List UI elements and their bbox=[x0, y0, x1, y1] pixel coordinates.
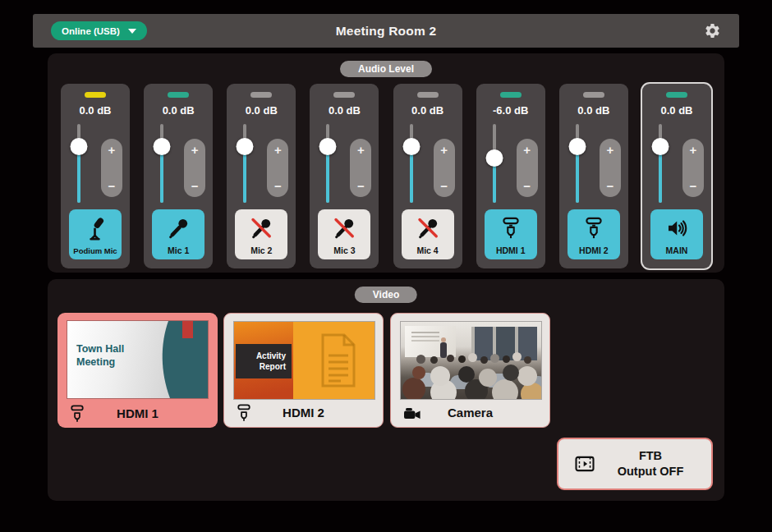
signal-indicator bbox=[250, 92, 272, 98]
ftb-label-line2: Output OFF bbox=[598, 464, 703, 479]
film-play-icon bbox=[572, 452, 598, 475]
volume-slider[interactable] bbox=[401, 122, 422, 205]
volume-stepper: + − bbox=[184, 139, 205, 197]
channel-strip-podium-mic: 0.0 dB + − bbox=[61, 84, 130, 268]
hdmi-icon bbox=[68, 402, 86, 425]
channel-button-main[interactable]: MAIN bbox=[650, 209, 703, 259]
podium-mic-icon bbox=[83, 216, 108, 241]
level-db-value: 0.0 dB bbox=[246, 104, 278, 117]
volume-slider[interactable] bbox=[234, 122, 255, 205]
volume-slider[interactable] bbox=[484, 122, 505, 205]
volume-stepper: + − bbox=[267, 139, 288, 197]
hdmi1-thumbnail: Town Hall Meeting bbox=[67, 321, 208, 398]
signal-indicator bbox=[168, 92, 189, 98]
channel-strip-main: 0.0 dB + − bbox=[642, 84, 711, 268]
video-camera-icon bbox=[402, 404, 423, 422]
channel-name-label: Mic 1 bbox=[152, 245, 204, 255]
volume-stepper: + − bbox=[350, 139, 371, 197]
volume-up-button[interactable]: + bbox=[606, 144, 613, 156]
slider-knob[interactable] bbox=[154, 138, 171, 155]
slider-knob[interactable] bbox=[402, 138, 420, 155]
channel-button-mic-1[interactable]: Mic 1 bbox=[152, 209, 204, 259]
slider-knob[interactable] bbox=[485, 149, 503, 167]
volume-up-button[interactable]: + bbox=[191, 144, 199, 156]
slider-knob[interactable] bbox=[237, 138, 254, 155]
audio-section-badge: Audio Level bbox=[340, 61, 432, 77]
slider-knob[interactable] bbox=[651, 138, 669, 155]
volume-up-button[interactable]: + bbox=[523, 144, 531, 156]
document-icon bbox=[311, 331, 364, 390]
signal-indicator bbox=[85, 92, 106, 98]
channel-button-hdmi-1[interactable]: HDMI 1 bbox=[485, 209, 537, 259]
volume-up-button[interactable]: + bbox=[690, 144, 697, 156]
channel-button-mic-4[interactable]: Mic 4 bbox=[402, 209, 454, 259]
level-db-value: 0.0 dB bbox=[329, 104, 361, 117]
hdmi-icon bbox=[235, 401, 253, 424]
volume-slider[interactable] bbox=[68, 122, 90, 205]
hdmi-icon bbox=[582, 215, 605, 241]
volume-slider[interactable] bbox=[317, 122, 338, 205]
signal-indicator bbox=[417, 92, 439, 98]
gear-icon[interactable] bbox=[704, 22, 721, 39]
ftb-output-button[interactable]: FTB Output OFF bbox=[557, 438, 713, 490]
page-title: Meeting Room 2 bbox=[336, 24, 437, 39]
channel-name-label: Podium Mic bbox=[69, 246, 122, 255]
channel-button-hdmi-2[interactable]: HDMI 2 bbox=[568, 209, 620, 259]
volume-slider[interactable] bbox=[650, 122, 671, 205]
volume-down-button[interactable]: − bbox=[108, 180, 116, 192]
volume-down-button[interactable]: − bbox=[357, 180, 365, 192]
volume-up-button[interactable]: + bbox=[440, 144, 448, 156]
volume-slider[interactable] bbox=[151, 122, 172, 205]
volume-down-button[interactable]: − bbox=[274, 180, 282, 192]
volume-down-button[interactable]: − bbox=[606, 180, 613, 192]
camera-thumbnail bbox=[401, 322, 541, 399]
volume-stepper: + − bbox=[101, 139, 122, 197]
volume-up-button[interactable]: + bbox=[274, 144, 282, 156]
channel-name-label: HDMI 2 bbox=[568, 245, 620, 255]
slide-title: Activity Report bbox=[236, 344, 292, 378]
volume-up-button[interactable]: + bbox=[108, 144, 116, 156]
video-source-camera[interactable]: Camera bbox=[390, 313, 550, 428]
level-db-value: 0.0 dB bbox=[660, 104, 692, 117]
volume-stepper: + − bbox=[517, 139, 538, 197]
slider-knob[interactable] bbox=[71, 138, 88, 155]
channel-name-label: Mic 4 bbox=[402, 245, 454, 255]
mute-slash-icon bbox=[249, 216, 273, 241]
channel-name-label: MAIN bbox=[650, 245, 703, 255]
level-db-value: 0.0 dB bbox=[411, 104, 443, 117]
channel-name-label: HDMI 1 bbox=[485, 245, 537, 255]
audio-section: Audio Level 0.0 dB + − bbox=[48, 53, 724, 273]
volume-slider[interactable] bbox=[567, 122, 588, 205]
volume-down-button[interactable]: − bbox=[690, 180, 697, 192]
video-section: Video Town Hall Meeting HDMI 1 bbox=[48, 279, 724, 501]
video-source-hdmi1[interactable]: Town Hall Meeting HDMI 1 bbox=[57, 313, 218, 428]
video-section-badge: Video bbox=[355, 287, 417, 303]
hdmi2-thumbnail: Activity Report bbox=[234, 322, 375, 399]
mute-slash-icon bbox=[332, 216, 356, 241]
volume-stepper: + − bbox=[600, 139, 621, 197]
signal-indicator bbox=[666, 92, 687, 98]
volume-up-button[interactable]: + bbox=[357, 144, 365, 156]
channel-button-podium-mic[interactable]: Podium Mic bbox=[69, 209, 122, 259]
video-source-label: HDMI 1 bbox=[117, 406, 159, 420]
slider-knob[interactable] bbox=[319, 138, 337, 155]
volume-stepper: + − bbox=[434, 139, 455, 197]
slider-knob[interactable] bbox=[568, 138, 586, 155]
video-source-hdmi2[interactable]: Activity Report HDMI 2 bbox=[223, 313, 384, 428]
volume-down-button[interactable]: − bbox=[440, 180, 448, 192]
signal-indicator bbox=[500, 92, 522, 98]
video-source-label: Camera bbox=[448, 406, 493, 420]
level-db-value: 0.0 dB bbox=[79, 104, 111, 117]
volume-down-button[interactable]: − bbox=[523, 180, 531, 192]
slide-title: Town Hall Meeting bbox=[76, 342, 145, 369]
channel-strip-mic-4: 0.0 dB + − bbox=[393, 84, 462, 268]
volume-down-button[interactable]: − bbox=[191, 180, 199, 192]
level-db-value: 0.0 dB bbox=[163, 104, 195, 117]
connection-status-dropdown[interactable]: Online (USB) bbox=[51, 21, 147, 40]
meeting-room-control-app: Online (USB) Meeting Room 2 Audio Level … bbox=[0, 0, 772, 532]
signal-indicator bbox=[333, 92, 355, 98]
channel-strip-hdmi-2: 0.0 dB + − bbox=[559, 84, 628, 268]
channel-strip-row: 0.0 dB + − bbox=[61, 84, 711, 268]
channel-button-mic-2[interactable]: Mic 2 bbox=[235, 209, 287, 259]
channel-button-mic-3[interactable]: Mic 3 bbox=[318, 209, 370, 259]
